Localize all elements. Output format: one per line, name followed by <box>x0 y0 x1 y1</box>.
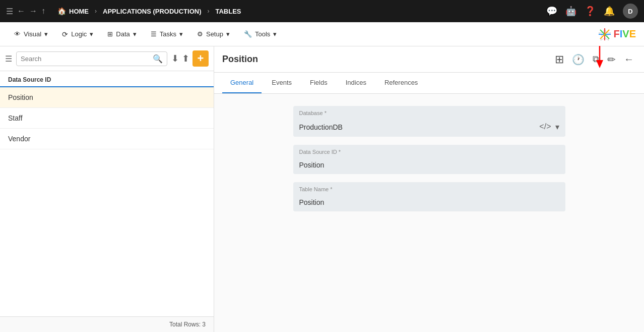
tab-events[interactable]: Events <box>264 73 300 93</box>
tools-icon: 🔧 <box>244 30 252 38</box>
home-icon: 🏠 <box>57 7 66 15</box>
download-icon[interactable]: ⬇ <box>171 53 179 64</box>
content-area: Position ⊞ 🕐 ⧉ ✏ ← General Events <box>214 46 644 332</box>
nav-item-tasks[interactable]: ☰ Tasks ▾ <box>145 27 189 41</box>
datasource-input[interactable]: Position <box>293 156 565 174</box>
five-logo-area: FIVE <box>598 27 636 41</box>
tasks-icon: ☰ <box>151 30 157 38</box>
applications-breadcrumb[interactable]: APPLICATIONS (PRODUCTION) <box>103 8 201 15</box>
main-area: ☰ 🔍 ⬇ ⬆ + Data Source ID Position Staff … <box>0 46 644 332</box>
menu-icon[interactable]: ☰ <box>6 7 13 16</box>
visual-label: Visual <box>24 30 41 38</box>
setup-label: Setup <box>206 30 223 38</box>
five-logo-text: FIVE <box>614 28 636 40</box>
visual-arrow: ▾ <box>44 30 48 38</box>
tabs-bar: General Events Fields Indices References <box>214 73 644 94</box>
database-label: Database * <box>293 106 565 117</box>
database-field-icons: </> ▾ <box>539 122 559 132</box>
code-icon[interactable]: </> <box>539 122 551 132</box>
filter-icon[interactable]: ☰ <box>5 54 12 64</box>
upload-icon[interactable]: ⬆ <box>182 53 189 64</box>
database-field-group: Database * ProductionDB </> ▾ <box>293 106 565 137</box>
data-arrow: ▾ <box>133 30 137 38</box>
search-icon: 🔍 <box>153 54 163 64</box>
nav-item-data[interactable]: ⊞ Data ▾ <box>101 27 142 41</box>
tablename-field-group: Table Name * Position <box>293 182 565 211</box>
notification-icon[interactable]: 🔔 <box>604 6 615 17</box>
visual-icon: 👁 <box>14 30 21 38</box>
datasource-label: Data Source ID * <box>293 145 565 156</box>
help-icon[interactable]: ❓ <box>585 6 596 17</box>
nav-item-logic[interactable]: ⟳ Logic ▾ <box>56 27 99 41</box>
setup-arrow: ▾ <box>226 30 230 38</box>
sidebar-item-vendor[interactable]: Vendor <box>0 129 214 149</box>
chevron-down-icon[interactable]: ▾ <box>555 122 559 132</box>
forward-icon[interactable]: → <box>29 7 37 16</box>
tools-label: Tools <box>255 30 270 38</box>
datasource-field-group: Data Source ID * Position <box>293 145 565 174</box>
sidebar-item-position[interactable]: Position <box>0 87 214 108</box>
logic-icon: ⟳ <box>62 30 68 38</box>
tab-general[interactable]: General <box>222 73 262 93</box>
tools-arrow: ▾ <box>273 30 277 38</box>
home-breadcrumb[interactable]: 🏠 HOME <box>57 7 89 15</box>
tab-references[interactable]: References <box>376 73 426 93</box>
datasource-field-wrap: Data Source ID * Position <box>293 145 565 174</box>
search-input[interactable] <box>21 55 150 63</box>
logic-label: Logic <box>71 30 87 38</box>
database-field-wrap: Database * ProductionDB </> ▾ <box>293 106 565 137</box>
history-icon[interactable]: 🕐 <box>570 51 587 68</box>
sidebar-actions: ⬇ ⬆ + <box>171 50 209 67</box>
nav-item-setup[interactable]: ⚙ Setup ▾ <box>191 27 236 41</box>
data-label: Data <box>116 30 130 38</box>
back-arrow-icon[interactable]: ← <box>622 51 636 67</box>
nav-item-tools[interactable]: 🔧 Tools ▾ <box>238 27 283 41</box>
breadcrumb-arrow-1: › <box>95 8 97 15</box>
tablename-field-wrap: Table Name * Position <box>293 182 565 211</box>
sidebar: ☰ 🔍 ⬇ ⬆ + Data Source ID Position Staff … <box>0 46 214 332</box>
page-title: Position <box>222 54 553 65</box>
up-icon[interactable]: ↑ <box>41 7 45 16</box>
tab-indices[interactable]: Indices <box>338 73 374 93</box>
tab-fields[interactable]: Fields <box>302 73 336 93</box>
agent-icon[interactable]: 🤖 <box>565 6 576 17</box>
add-button[interactable]: + <box>192 50 209 67</box>
edit-icon[interactable]: ✏ <box>605 51 618 68</box>
secondary-navigation: 👁 Visual ▾ ⟳ Logic ▾ ⊞ Data ▾ ☰ Tasks ▾ … <box>0 22 644 46</box>
sidebar-footer: Total Rows: 3 <box>0 316 214 332</box>
five-logo: FIVE <box>598 27 636 41</box>
sidebar-toolbar: ☰ 🔍 ⬇ ⬆ + <box>0 46 214 71</box>
nav-item-visual[interactable]: 👁 Visual ▾ <box>8 27 54 41</box>
tablename-label: Table Name * <box>293 182 565 193</box>
top-navigation: ☰ ← → ↑ 🏠 HOME › APPLICATIONS (PRODUCTIO… <box>0 0 644 22</box>
copy-icon[interactable]: ⧉ <box>591 52 601 67</box>
sidebar-item-staff[interactable]: Staff <box>0 108 214 129</box>
form-area: Database * ProductionDB </> ▾ Data S <box>214 94 644 332</box>
tasks-label: Tasks <box>160 30 176 38</box>
back-icon[interactable]: ← <box>17 7 25 16</box>
data-icon: ⊞ <box>107 30 113 38</box>
search-input-wrap[interactable]: 🔍 <box>16 51 167 66</box>
tasks-arrow: ▾ <box>179 30 183 38</box>
setup-icon: ⚙ <box>197 30 203 38</box>
content-header: Position ⊞ 🕐 ⧉ ✏ ← <box>214 46 644 73</box>
form-inner: Database * ProductionDB </> ▾ Data S <box>293 106 565 211</box>
five-logo-icon <box>598 27 612 41</box>
breadcrumb-arrow-2: › <box>207 8 209 15</box>
logic-arrow: ▾ <box>90 30 93 38</box>
chat-icon[interactable]: 💬 <box>546 6 557 17</box>
avatar[interactable]: D <box>623 4 638 19</box>
sidebar-items-list: Position Staff Vendor <box>0 87 214 316</box>
top-nav-right: 💬 🤖 ❓ 🔔 D <box>546 4 638 19</box>
content-header-actions: ⊞ 🕐 ⧉ ✏ ← <box>553 51 636 68</box>
tables-breadcrumb[interactable]: TABLES <box>215 8 241 15</box>
sidebar-column-header: Data Source ID <box>0 71 214 87</box>
grid-view-icon[interactable]: ⊞ <box>553 51 566 68</box>
tablename-input[interactable]: Position <box>293 193 565 211</box>
database-input[interactable]: ProductionDB </> ▾ <box>293 117 565 137</box>
